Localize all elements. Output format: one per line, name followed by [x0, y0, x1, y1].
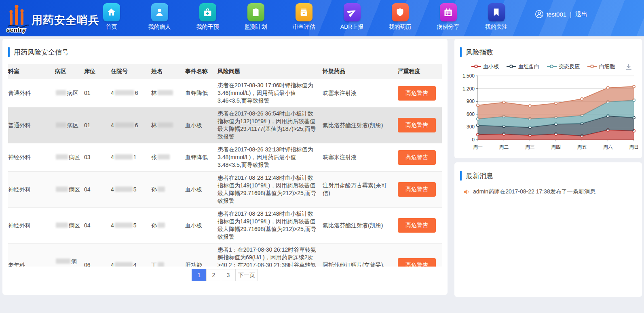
ward-cell: 病区 — [55, 107, 84, 143]
severity-badge-button[interactable]: 高危警告 — [398, 218, 436, 233]
dept-cell: 普通外科 — [8, 107, 55, 143]
user-divider: | — [569, 11, 572, 18]
nav-item-我的干预[interactable]: 我的干预 — [184, 2, 232, 31]
nav-label: 我的病人 — [135, 23, 184, 31]
name-cell: 孙 — [151, 172, 185, 208]
risk-index-card: 风险指数 血小板血红蛋白变态反应白细胞 03006009001,2001,500… — [454, 39, 642, 158]
nav-label: 我的药历 — [376, 23, 424, 31]
page-button-3[interactable]: 3 — [221, 269, 236, 281]
severity-badge-button[interactable]: 高危警告 — [398, 86, 436, 101]
nav-item-首页[interactable]: 首页 — [87, 2, 135, 31]
shield-icon — [392, 3, 409, 21]
severity-cell: 高危警告 — [398, 143, 442, 172]
user-box: test001 | 退出 — [535, 10, 587, 19]
svg-text:周六: 周六 — [603, 144, 613, 150]
brand-name: sentry — [6, 26, 26, 33]
svg-text:900: 900 — [467, 99, 475, 104]
legend-item-变态反应[interactable]: 变态反应 — [547, 63, 580, 70]
nav-item-我的关注[interactable]: 我的关注 — [472, 2, 520, 31]
nav-item-我的病人[interactable]: 我的病人 — [135, 2, 184, 31]
dept-cell: 普通外科 — [8, 79, 55, 107]
table-row[interactable]: 神经外科病区0341张血钾降低患者在2017-08-26 32:13时钾指标值为… — [8, 143, 442, 172]
download-icon[interactable] — [625, 63, 632, 70]
risk-index-title: 风险指数 — [462, 48, 493, 57]
chart-legend: 血小板血红蛋白变态反应白细胞 — [471, 63, 642, 70]
dept-cell: 神经外科 — [8, 143, 55, 172]
legend-item-白细胞[interactable]: 白细胞 — [587, 63, 615, 70]
severity-badge-button[interactable]: 高危警告 — [398, 258, 436, 267]
redacted-text — [158, 187, 165, 192]
event-cell: 血钾降低 — [185, 79, 217, 107]
column-header: 住院号 — [111, 64, 151, 79]
ward-cell: 病区 — [55, 79, 84, 107]
nav-item-审查评估[interactable]: 审查评估 — [280, 2, 328, 31]
nav-item-ADR上报[interactable]: ADR上报 — [328, 2, 376, 31]
user-icon — [535, 10, 544, 19]
page-button-2[interactable]: 2 — [206, 269, 221, 281]
risk-cell: 患者在2017-08-26 32:13时钾指标值为3.48(mmol/L)，因用… — [217, 143, 323, 172]
svg-text:周一: 周一 — [473, 144, 483, 150]
severity-badge-button[interactable]: 高危警告 — [398, 150, 436, 165]
table-row[interactable]: 普通外科病区0146林血钾降低患者在2017-08-30 17:06时钾指标值为… — [8, 79, 442, 107]
app-logo[interactable]: sentry 用药安全哨兵 — [6, 2, 93, 34]
pagination: 123下一页 — [8, 269, 442, 281]
nav-label: 病例分享 — [424, 23, 472, 31]
severity-cell: 高危警告 — [398, 79, 442, 107]
table-row[interactable]: 神经外科病区0445孙血小板患者在2017-08-28 12:48时血小板计数指… — [8, 208, 442, 244]
column-header: 床位 — [84, 64, 111, 79]
ward-cell: 病区 — [55, 172, 84, 208]
severity-cell: 高危警告 — [398, 244, 442, 267]
column-header: 科室 — [8, 64, 55, 79]
logout-link[interactable]: 退出 — [575, 11, 587, 18]
redacted-text — [56, 223, 68, 228]
redacted-text — [56, 258, 70, 264]
risk-index-header: 风险指数 — [460, 47, 642, 57]
next-page-button[interactable]: 下一页 — [235, 269, 258, 281]
legend-label: 白细胞 — [599, 63, 615, 70]
drug-cell: 注射用盐酸万古霉素(来可信) — [323, 172, 398, 208]
table-row[interactable]: 老年科病区0644丁肝功能患者1：在2017-08-30 26:12时谷草转氨酶… — [8, 244, 442, 267]
redacted-text — [158, 223, 165, 228]
risk-signal-card: 用药风险安全信号 科室病区床位住院号姓名事件名称风险问题怀疑药品严重程度 普通外… — [2, 39, 448, 295]
admission-cell: 45 — [111, 208, 151, 244]
event-cell: 肝功能 — [185, 244, 217, 267]
latest-news-header: 最新消息 — [460, 170, 642, 181]
risk-cell: 患者在2017-08-28 12:48时血小板计数指标值为149(10^9/L)… — [217, 172, 323, 208]
severity-cell: 高危警告 — [398, 208, 442, 244]
legend-item-血小板[interactable]: 血小板 — [471, 63, 499, 70]
severity-badge-button[interactable]: 高危警告 — [398, 182, 436, 197]
nav-label: 我的干预 — [184, 23, 232, 31]
table-row[interactable]: 普通外科病区0146林血小板患者在2017-08-26 36:54时血小板计数指… — [8, 107, 442, 143]
bed-cell: 01 — [84, 107, 111, 143]
redacted-text — [115, 90, 134, 95]
name-cell: 林 — [151, 107, 185, 143]
drug-cell: 氟比洛芬酯注射液(凯纷) — [323, 208, 398, 244]
event-cell: 血小板 — [185, 172, 217, 208]
name-cell: 丁 — [151, 244, 185, 267]
patient-icon — [151, 3, 168, 21]
drug-cell: 阿托伐他汀钙片(立普妥). — [323, 244, 398, 267]
nav-item-监测计划[interactable]: 监测计划 — [232, 2, 280, 31]
redacted-text — [158, 122, 173, 128]
clipboard-icon — [247, 3, 264, 21]
nav-item-病例分享[interactable]: 病例分享 — [424, 2, 472, 31]
legend-item-血红蛋白[interactable]: 血红蛋白 — [507, 63, 539, 70]
username[interactable]: test001 — [547, 11, 566, 18]
top-navbar: sentry 用药安全哨兵 首页我的病人我的干预监测计划审查评估ADR上报我的药… — [0, 0, 644, 36]
nav-item-我的药历[interactable]: 我的药历 — [376, 2, 424, 31]
dept-cell: 神经外科 — [8, 172, 55, 208]
redacted-text — [56, 154, 68, 160]
page-button-1[interactable]: 1 — [192, 269, 207, 281]
name-cell: 张 — [151, 143, 185, 172]
risk-table-container: 科室病区床位住院号姓名事件名称风险问题怀疑药品严重程度 普通外科病区0146林血… — [8, 64, 442, 267]
severity-cell: 高危警告 — [398, 107, 442, 143]
main-nav: 首页我的病人我的干预监测计划审查评估ADR上报我的药历病例分享我的关注 — [87, 2, 520, 31]
table-row[interactable]: 神经外科病区0445孙血小板患者在2017-08-28 12:48时血小板计数指… — [8, 172, 442, 208]
column-header: 风险问题 — [217, 64, 323, 79]
admission-cell: 44 — [111, 244, 151, 267]
legend-label: 血小板 — [483, 63, 499, 70]
admission-cell: 41 — [111, 143, 151, 172]
bookmark-icon — [488, 3, 505, 21]
news-item[interactable]: admin药师在2017-08-22 17:38发布了一条新消息 — [463, 188, 642, 195]
severity-badge-button[interactable]: 高危警告 — [398, 118, 436, 132]
